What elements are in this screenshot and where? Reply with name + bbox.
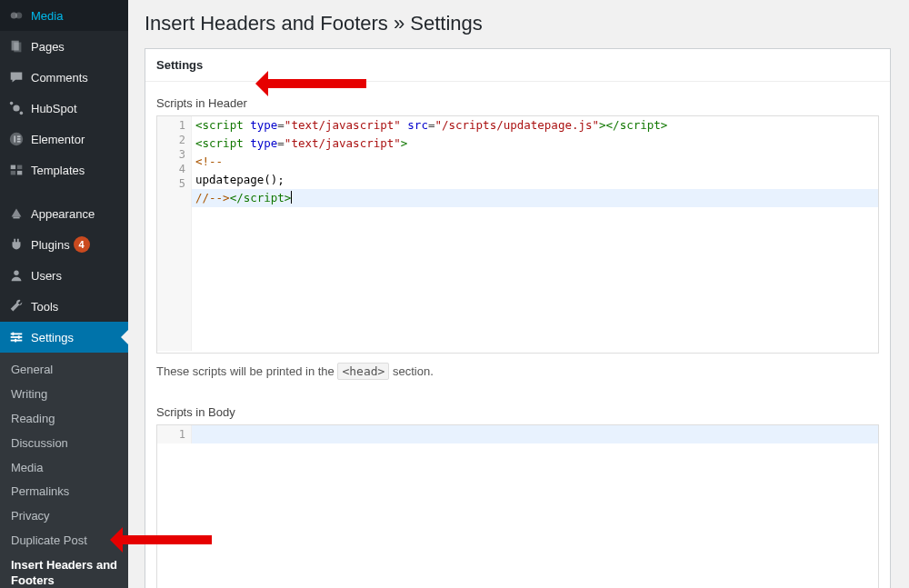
submenu-item-reading[interactable]: Reading	[0, 407, 128, 432]
sidebar-item-label: Settings	[31, 331, 74, 344]
svg-point-7	[10, 133, 23, 145]
svg-rect-22	[18, 335, 20, 339]
line-gutter: 12345	[157, 116, 192, 351]
panel-heading: Settings	[145, 49, 890, 82]
svg-rect-10	[17, 138, 21, 140]
sidebar-item-comments[interactable]: Comments	[0, 62, 128, 93]
svg-point-17	[14, 271, 18, 275]
svg-rect-12	[11, 165, 15, 170]
settings-submenu: GeneralWritingReadingDiscussionMediaPerm…	[0, 353, 128, 588]
elementor-icon	[7, 130, 25, 148]
page-icon	[7, 37, 25, 55]
scripts-header-editor[interactable]: 12345 <script type="text/javascript" src…	[156, 115, 879, 354]
sidebar-item-media[interactable]: Media	[0, 0, 128, 31]
sidebar-item-appearance[interactable]: Appearance	[0, 198, 128, 229]
code-line-5[interactable]: //--></script>	[192, 189, 878, 207]
sidebar-item-label: HubSpot	[31, 102, 77, 115]
plugins-icon	[7, 235, 25, 254]
settings-icon	[7, 328, 25, 346]
scripts-header-hint: These scripts will be printed in the <he…	[145, 359, 890, 391]
svg-rect-13	[17, 165, 22, 170]
users-icon	[7, 266, 25, 284]
templates-icon	[7, 161, 25, 179]
submenu-item-permalinks[interactable]: Permalinks	[0, 480, 128, 504]
comment-icon	[7, 68, 25, 86]
text-cursor	[291, 191, 292, 204]
submenu-item-general[interactable]: General	[0, 358, 128, 383]
svg-rect-14	[11, 171, 15, 175]
content-area: Insert Headers and Footers » Settings Se…	[128, 0, 909, 588]
appearance-icon	[7, 204, 25, 223]
scripts-body-editor[interactable]: 1	[156, 424, 879, 588]
svg-rect-9	[17, 135, 21, 137]
media-icon	[7, 6, 25, 25]
sidebar-item-templates[interactable]: Templates	[0, 154, 128, 185]
code-line-1[interactable]: <script type="text/javascript" src="/scr…	[192, 116, 878, 135]
svg-rect-23	[15, 339, 16, 343]
code-line-4[interactable]: updatepage();	[192, 171, 878, 189]
submenu-item-media-s[interactable]: Media	[0, 456, 128, 481]
submenu-item-privacy[interactable]: Privacy	[0, 504, 128, 529]
sidebar-item-tools[interactable]: Tools	[0, 291, 128, 322]
code-line-3[interactable]: <!--	[192, 153, 878, 171]
svg-point-6	[20, 112, 24, 115]
svg-rect-16	[13, 217, 19, 219]
svg-rect-19	[11, 336, 23, 338]
tools-icon	[7, 297, 25, 315]
sidebar-item-label: Plugins	[31, 238, 70, 252]
sidebar-item-pages[interactable]: Pages	[0, 31, 128, 62]
svg-point-5	[10, 102, 14, 105]
admin-sidebar: MediaPagesCommentsHubSpotElementorTempla…	[0, 0, 128, 588]
svg-rect-15	[17, 171, 22, 175]
sidebar-item-users[interactable]: Users	[0, 260, 128, 291]
sidebar-item-label: Elementor	[31, 133, 85, 146]
sidebar-item-label: Appearance	[31, 207, 95, 221]
svg-rect-21	[13, 333, 15, 336]
svg-point-1	[15, 12, 22, 18]
submenu-item-ihf[interactable]: Insert Headers and Footers	[0, 553, 128, 588]
sidebar-item-label: Media	[31, 9, 63, 23]
sidebar-item-label: Tools	[31, 300, 58, 314]
svg-rect-3	[14, 43, 21, 53]
svg-rect-8	[14, 135, 15, 142]
submenu-item-writing[interactable]: Writing	[0, 383, 128, 407]
update-badge: 4	[74, 236, 90, 253]
sidebar-item-label: Templates	[31, 164, 85, 177]
svg-rect-11	[17, 141, 21, 143]
code-line-1[interactable]	[192, 425, 878, 443]
settings-panel: Settings Scripts in Header 12345 <script…	[145, 48, 891, 588]
sidebar-item-settings[interactable]: Settings	[0, 322, 128, 353]
hubspot-icon	[7, 99, 25, 117]
sidebar-item-label: Users	[31, 269, 62, 283]
code-line-2[interactable]: <script type="text/javascript">	[192, 135, 878, 153]
sidebar-item-label: Pages	[31, 40, 65, 54]
scripts-header-label: Scripts in Header	[145, 82, 890, 115]
sidebar-item-plugins[interactable]: Plugins4	[0, 229, 128, 260]
page-title: Insert Headers and Footers » Settings	[145, 12, 891, 35]
sidebar-item-hubspot[interactable]: HubSpot	[0, 93, 128, 124]
submenu-item-discussion[interactable]: Discussion	[0, 432, 128, 456]
submenu-item-dup-post[interactable]: Duplicate Post	[0, 529, 128, 553]
sidebar-item-elementor[interactable]: Elementor	[0, 124, 128, 154]
scripts-body-label: Scripts in Body	[145, 391, 890, 424]
svg-point-4	[13, 105, 19, 111]
line-gutter: 1	[157, 425, 192, 443]
sidebar-item-label: Comments	[31, 71, 88, 85]
